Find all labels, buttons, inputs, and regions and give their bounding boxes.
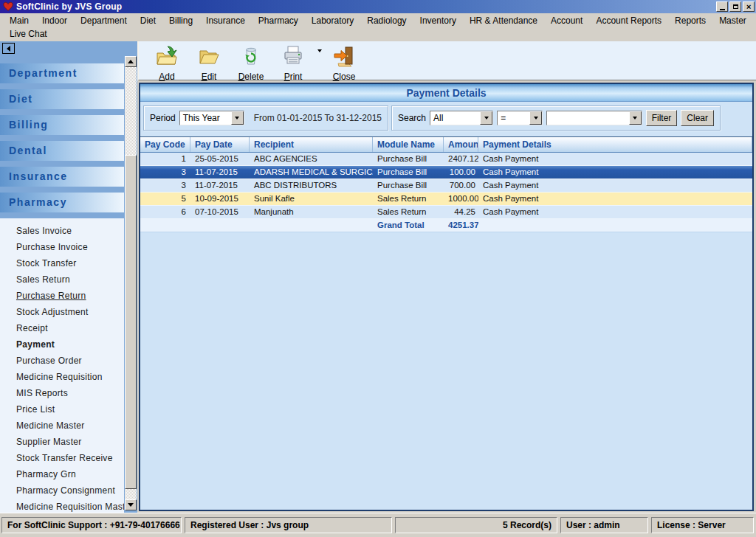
operator-select[interactable]: = xyxy=(497,111,543,125)
col-pay-code[interactable]: Pay Code xyxy=(140,137,190,152)
menu-department[interactable]: Department xyxy=(74,15,134,26)
status-license: License : Server xyxy=(651,517,754,533)
period-select[interactable]: This Year xyxy=(179,111,244,125)
sidebar-scrollbar[interactable] xyxy=(125,56,137,510)
menu-laboratory[interactable]: Laboratory xyxy=(305,15,360,26)
restore-button[interactable] xyxy=(729,1,741,12)
sidebar-section-diet[interactable]: Diet xyxy=(0,89,124,109)
delete-label: Delete xyxy=(238,72,264,82)
application-window: SoftClinic by JVS Group × MainIndoorDepa… xyxy=(0,0,756,537)
menu-account[interactable]: Account xyxy=(544,15,589,26)
clear-button[interactable]: Clear xyxy=(681,110,714,126)
triangle-up-icon xyxy=(128,60,134,63)
sidebar-item-supplier-master[interactable]: Supplier Master xyxy=(0,434,124,450)
sidebar-item-purchase-invoice[interactable]: Purchase Invoice xyxy=(0,239,124,255)
menu-inventory[interactable]: Inventory xyxy=(413,15,463,26)
minimize-button[interactable] xyxy=(716,1,728,12)
window-title: SoftClinic by JVS Group xyxy=(16,1,716,12)
sidebar-item-stock-transfer-receive[interactable]: Stock Transfer Receive xyxy=(0,450,124,466)
add-button[interactable]: Add xyxy=(149,44,185,82)
col-module-name[interactable]: Module Name xyxy=(373,137,444,152)
sidebar-item-purchase-order[interactable]: Purchase Order xyxy=(0,353,124,369)
table-row-selected[interactable]: 3 11-07-2015 ADARSH MEDICAL & SURGICAL P… xyxy=(140,166,752,179)
filter-button[interactable]: Filter xyxy=(646,110,678,126)
sidebar-item-pharmacy-grn[interactable]: Pharmacy Grn xyxy=(0,466,124,482)
chevron-down-icon[interactable] xyxy=(529,111,542,125)
table-row[interactable]: 1 25-05-2015 ABC AGENCIES Purchase Bill … xyxy=(140,153,752,166)
scroll-down-button[interactable] xyxy=(125,499,137,510)
chevron-down-icon[interactable] xyxy=(231,111,244,125)
payments-table: Pay Code Pay Date Recipient Module Name … xyxy=(140,136,752,232)
col-recipient[interactable]: Recipient xyxy=(250,137,373,152)
table-row-highlighted[interactable]: 5 10-09-2015 Sunil Kafle Sales Return 10… xyxy=(140,193,752,206)
add-folder-icon xyxy=(155,44,179,71)
chevron-down-icon[interactable] xyxy=(629,111,642,125)
main-area: Add Edit xyxy=(137,41,756,513)
scroll-up-button[interactable] xyxy=(125,56,137,67)
sidebar-item-stock-adjustment[interactable]: Stock Adjustment xyxy=(0,304,124,320)
triangle-down-icon xyxy=(128,503,134,507)
menu-live-chat[interactable]: Live Chat xyxy=(3,29,54,39)
sidebar-item-medicine-master[interactable]: Medicine Master xyxy=(0,418,124,434)
print-label: Print xyxy=(284,72,303,82)
close-button[interactable]: Close xyxy=(326,44,362,82)
close-window-button[interactable]: × xyxy=(743,1,755,12)
menu-bar: MainIndoorDepartmentDietBillingInsurance… xyxy=(0,13,756,27)
operator-value: = xyxy=(498,113,529,123)
col-amount[interactable]: Amount xyxy=(444,137,478,152)
period-group: Period This Year From 01-01-2015 To 31-1… xyxy=(143,105,388,131)
sidebar-item-stock-transfer[interactable]: Stock Transfer xyxy=(0,255,124,271)
sidebar-item-medicine-requisition[interactable]: Medicine Requisition xyxy=(0,369,124,385)
sidebar-content: DepartmentDietBillingDentalInsurancePhar… xyxy=(0,63,124,521)
table-row[interactable]: 3 11-07-2015 ABC DISTRIBUTORS Purchase B… xyxy=(140,179,752,193)
menu-insurance[interactable]: Insurance xyxy=(199,15,252,26)
sidebar-section-pharmacy[interactable]: Pharmacy xyxy=(0,193,124,212)
chevron-down-icon[interactable] xyxy=(480,111,492,125)
period-label: Period xyxy=(150,113,176,123)
chevron-left-icon xyxy=(7,46,10,52)
scrollbar-thumb[interactable] xyxy=(125,155,137,489)
menu-radiology[interactable]: Radiology xyxy=(360,15,413,26)
sidebar-section-insurance[interactable]: Insurance xyxy=(0,167,124,187)
menu-hr-attendance[interactable]: HR & Attendance xyxy=(463,15,544,26)
sidebar-section-billing[interactable]: Billing xyxy=(0,115,124,135)
menu-reports[interactable]: Reports xyxy=(668,15,712,26)
menu-pharmacy[interactable]: Pharmacy xyxy=(252,15,305,26)
col-payment-details[interactable]: Payment Details xyxy=(478,137,752,152)
delete-button[interactable]: Delete xyxy=(233,44,269,82)
sidebar-section-department[interactable]: Department xyxy=(0,63,124,83)
menu-account-reports[interactable]: Account Reports xyxy=(589,15,668,26)
search-value-select[interactable] xyxy=(546,111,642,125)
search-field-select[interactable]: All xyxy=(430,111,493,125)
date-range-text: From 01-01-2015 To 31-12-2015 xyxy=(254,113,382,123)
col-pay-date[interactable]: Pay Date xyxy=(190,137,250,152)
menu-master[interactable]: Master xyxy=(712,15,753,26)
filter-bar: Period This Year From 01-01-2015 To 31-1… xyxy=(140,105,752,131)
sidebar-item-price-list[interactable]: Price List xyxy=(0,401,124,418)
sidebar-section-dental[interactable]: Dental xyxy=(0,141,124,161)
sidebar-collapse-button[interactable] xyxy=(2,43,15,54)
toolbar: Add Edit xyxy=(137,41,756,81)
close-label: Close xyxy=(333,72,356,82)
add-label: Add xyxy=(159,72,174,82)
sidebar-item-mis-reports[interactable]: MIS Reports xyxy=(0,385,124,401)
sidebar-item-pharmacy-consignment[interactable]: Pharmacy Consignment xyxy=(0,482,124,499)
pharmacy-submenu: Sales InvoicePurchase InvoiceStock Trans… xyxy=(0,218,124,521)
print-dropdown-button[interactable] xyxy=(317,52,322,66)
minimize-icon xyxy=(720,9,725,10)
sidebar-item-purchase-return[interactable]: Purchase Return xyxy=(0,288,124,304)
menu-indoor[interactable]: Indoor xyxy=(35,15,74,26)
sidebar-item-sales-return[interactable]: Sales Return xyxy=(0,271,124,288)
sidebar-item-sales-invoice[interactable]: Sales Invoice xyxy=(0,223,124,239)
sidebar-item-payment[interactable]: Payment xyxy=(0,336,124,353)
edit-button[interactable]: Edit xyxy=(191,44,227,82)
menu-main[interactable]: Main xyxy=(3,15,35,26)
table-row[interactable]: 6 07-10-2015 Manjunath Sales Return 44.2… xyxy=(140,206,752,219)
print-button[interactable]: Print xyxy=(275,44,311,82)
grand-total-value: 4251.37 xyxy=(444,219,478,232)
sidebar-item-receipt[interactable]: Receipt xyxy=(0,320,124,336)
menu-diet[interactable]: Diet xyxy=(134,15,162,26)
menu-utility[interactable]: Utility xyxy=(753,15,756,26)
menu-billing[interactable]: Billing xyxy=(162,15,199,26)
payment-panel: Payment Details Period This Year From 01… xyxy=(139,83,754,511)
